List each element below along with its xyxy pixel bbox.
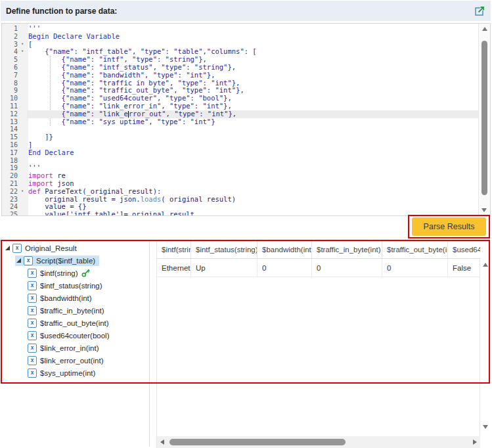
fold-spacer (18, 203, 27, 211)
code-line[interactable]: 4▾ {"name": "intf_table", "type": "table… (2, 48, 479, 56)
tree-item[interactable]: x$used64couter(bool) (1, 329, 149, 342)
code-line[interactable]: 7 {"name": "bandwidth", "type": "int"}, (2, 72, 479, 79)
tree-item[interactable]: x$link_error_out(int) (1, 354, 149, 367)
code-line[interactable]: 6 {"name": "intf_status", "type": "strin… (2, 64, 479, 72)
code-text[interactable] (27, 157, 479, 165)
tree-item-content[interactable]: x$traffic_out_byte(int) (26, 318, 113, 328)
code-text[interactable]: ]} (27, 133, 479, 141)
code-text[interactable] (27, 125, 479, 133)
code-text[interactable]: import re (27, 172, 479, 180)
tree-item-content[interactable]: x$link_error_out(int) (26, 355, 108, 366)
tree-item-label: $traffic_out_byte(int) (40, 319, 109, 327)
code-line[interactable]: 23 original_result = json.loads(_origina… (2, 196, 479, 204)
tree-item-content[interactable]: xScript($intf_table) (15, 256, 99, 266)
tree-item-content[interactable]: xOriginal_Result (4, 243, 81, 254)
tree-item-content[interactable]: x$intf(string) (26, 268, 94, 279)
code-line[interactable]: 9 {"name": "traffic_out_byte", "type": "… (2, 87, 479, 95)
parse-results-button[interactable]: Parse Results (412, 217, 486, 236)
code-text[interactable]: import json (27, 180, 479, 188)
code-text[interactable]: value['intf_table']= original_result (27, 211, 479, 216)
code-editor[interactable]: 1'''2Begin Declare Variable3▾[4▾ {"name"… (1, 23, 491, 216)
tree-item-label: $traffic_in_byte(int) (40, 307, 104, 315)
scroll-down-arrow[interactable] (481, 208, 487, 212)
code-text[interactable]: [ (27, 41, 479, 49)
code-line[interactable]: 14 (2, 125, 479, 133)
code-text[interactable]: {"name": "link_error_in", "type": "int"}… (27, 102, 479, 110)
tree-item-content[interactable]: x$intf_status(string) (26, 280, 106, 291)
tree-item[interactable]: x$traffic_out_byte(int) (1, 317, 149, 329)
variable-icon: x (28, 344, 37, 353)
code-line[interactable]: 15 ]} (2, 133, 479, 141)
tree-item-content[interactable]: x$bandwidth(int) (26, 293, 96, 303)
fold-marker-icon[interactable]: ▾ (18, 188, 27, 196)
code-text[interactable]: def ParseText(_original_result): (27, 188, 479, 196)
code-line[interactable]: 19''' (2, 164, 479, 172)
code-line[interactable]: 13 {"name": "sys_uptime", "type": "int"} (2, 118, 479, 126)
expand-editor-icon[interactable] (474, 5, 485, 17)
tree-item[interactable]: x$traffic_in_byte(int) (1, 304, 149, 317)
fold-marker-icon[interactable]: ▾ (18, 41, 27, 49)
code-lines[interactable]: 1'''2Begin Declare Variable3▾[4▾ {"name"… (2, 25, 479, 216)
tree-item[interactable]: x$link_error_in(int) (1, 342, 149, 354)
code-text[interactable]: {"name": "link_error_out", "type": "int"… (27, 110, 479, 118)
editor-vertical-scrollbar[interactable] (478, 24, 490, 215)
tree-item-content[interactable]: x$sys_uptime(int) (26, 368, 99, 378)
expand-collapse-icon[interactable] (5, 246, 10, 250)
code-line[interactable]: 11 {"name": "link_error_in", "type": "in… (2, 102, 479, 110)
code-line[interactable]: 12 {"name": "link_error_out", "type": "i… (2, 110, 479, 118)
tree-item-label: Script($intf_table) (36, 257, 95, 265)
code-line[interactable]: 18 (2, 157, 479, 165)
table-horizontal-scrollbar[interactable] (157, 436, 480, 448)
fold-spacer (18, 118, 27, 126)
table-vertical-scrollbar[interactable] (480, 259, 491, 436)
tree-item[interactable]: x$intf_status(string) (1, 279, 149, 292)
code-text[interactable]: ] (27, 141, 479, 149)
scroll-right-arrow[interactable] (473, 439, 477, 445)
expand-collapse-icon[interactable] (16, 258, 21, 263)
code-line[interactable]: 24 value = {} (2, 203, 479, 211)
scrollbar-thumb[interactable] (169, 439, 346, 445)
scroll-down-arrow[interactable] (483, 425, 488, 429)
code-line[interactable]: 5 {"name": "intf", "type": "string"}, (2, 56, 479, 64)
code-line[interactable]: 16] (2, 141, 479, 149)
code-text[interactable]: {"name": "intf", "type": "string"}, (27, 56, 479, 64)
code-text[interactable]: ''' (27, 164, 479, 172)
code-line[interactable]: 3▾[ (2, 41, 479, 49)
tree-item[interactable]: xScript($intf_table) (1, 254, 149, 267)
code-line[interactable]: 17End Declare (2, 149, 479, 157)
tree-item[interactable]: xOriginal_Result (1, 242, 149, 254)
code-line[interactable]: 10 {"name": "used64couter", "type": "boo… (2, 95, 479, 102)
code-text[interactable]: {"name": "intf_status", "type": "string"… (27, 64, 479, 72)
code-text[interactable]: End Declare (27, 149, 479, 157)
tree-item-content[interactable]: x$used64couter(bool) (26, 330, 114, 341)
tree-item[interactable]: x$intf(string) (1, 267, 149, 279)
code-text[interactable]: {"name": "traffic_out_byte", "type": "in… (27, 87, 479, 95)
table-row[interactable]: Ethernet2...Up000False (157, 259, 480, 277)
scroll-left-arrow[interactable] (160, 439, 164, 445)
tree-item-content[interactable]: x$link_error_in(int) (26, 343, 102, 353)
code-text[interactable]: ''' (27, 25, 479, 33)
code-text[interactable]: original_result = json.loads(_original_r… (27, 196, 479, 204)
code-text[interactable]: {"name": "used64couter", "type": "bool"}… (27, 95, 479, 102)
code-line[interactable]: 8 {"name": "traffic_in_byte", "type": "i… (2, 79, 479, 87)
scrollbar-thumb[interactable] (481, 41, 487, 195)
code-line[interactable]: 1''' (2, 25, 479, 33)
tree-item[interactable]: x$sys_uptime(int) (1, 367, 149, 379)
code-line[interactable]: 2Begin Declare Variable (2, 33, 479, 41)
code-text[interactable]: value = {} (27, 203, 479, 211)
tree-item-content[interactable]: x$traffic_in_byte(int) (26, 305, 108, 316)
code-text[interactable]: Begin Declare Variable (27, 33, 479, 41)
code-line[interactable]: 21import json (2, 180, 479, 188)
code-text[interactable]: {"name": "intf_table", "type": "table","… (27, 48, 479, 56)
fold-marker-icon[interactable]: ▾ (18, 48, 27, 56)
table-column-header: $intf_status(string) (191, 240, 257, 259)
code-line[interactable]: 22▾def ParseText(_original_result): (2, 188, 479, 196)
code-line[interactable]: 20import re (2, 172, 479, 180)
scroll-up-arrow[interactable] (482, 27, 487, 31)
code-text[interactable]: {"name": "bandwidth", "type": "int"}, (27, 72, 479, 79)
code-text[interactable]: {"name": "traffic_in_byte", "type": "int… (27, 79, 479, 87)
scroll-up-arrow[interactable] (483, 263, 488, 267)
code-line[interactable]: 25 value['intf_table']= original_result (2, 211, 479, 216)
code-text[interactable]: {"name": "sys_uptime", "type": "int"} (27, 118, 479, 126)
tree-item[interactable]: x$bandwidth(int) (1, 292, 149, 304)
